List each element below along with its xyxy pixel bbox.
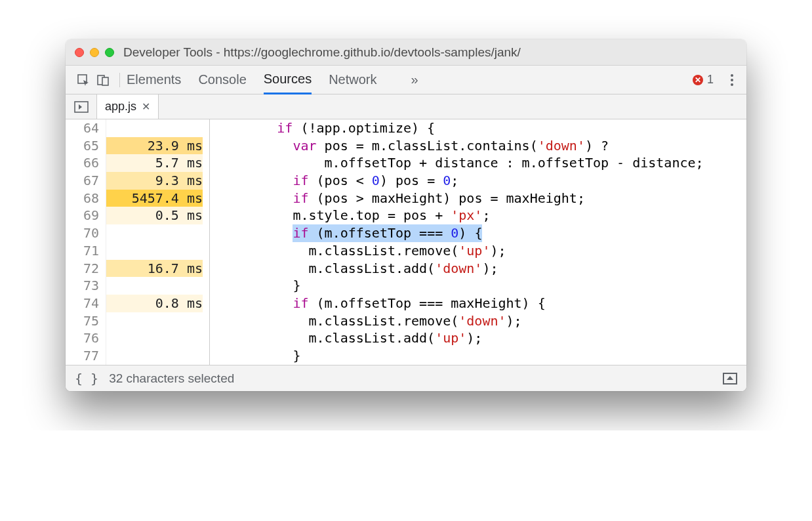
line-number: 72 — [66, 260, 99, 278]
code-line[interactable]: m.offsetTop + distance : m.offsetTop - d… — [214, 154, 746, 172]
line-number: 71 — [66, 242, 99, 260]
line-number: 67 — [66, 172, 99, 190]
code-line[interactable]: if (pos < 0) pos = 0; — [214, 172, 746, 190]
line-timing: 9.3 ms — [106, 172, 203, 190]
line-timing — [106, 347, 203, 365]
code-line[interactable]: var pos = m.classList.contains('down') ? — [214, 137, 746, 155]
status-bar: { } 32 characters selected — [66, 365, 746, 391]
line-timing: 16.7 ms — [106, 260, 203, 278]
line-number: 74 — [66, 295, 99, 312]
line-number: 65 — [66, 137, 99, 155]
file-tab-label: app.js — [105, 100, 136, 114]
line-timing — [106, 224, 203, 242]
line-number: 76 — [66, 329, 99, 347]
code-line[interactable]: m.classList.add('down'); — [214, 260, 746, 278]
close-tab-icon[interactable]: ✕ — [142, 100, 150, 113]
window-zoom-button[interactable] — [105, 48, 114, 57]
settings-menu-button[interactable] — [725, 74, 739, 86]
pretty-print-button[interactable]: { } — [75, 371, 98, 386]
file-tab-strip: app.js ✕ — [66, 94, 746, 119]
code-area[interactable]: if (!app.optimize) { var pos = m.classLi… — [210, 119, 746, 365]
selection-status: 32 characters selected — [109, 371, 234, 386]
more-tabs-button[interactable]: » — [411, 72, 418, 87]
line-number-gutter: 6465666768697071727374757677 — [66, 119, 106, 365]
main-toolbar: Elements Console Sources Network » ✕ 1 — [66, 66, 746, 94]
code-line[interactable]: } — [214, 347, 746, 365]
line-timing — [106, 242, 203, 260]
error-count-text: 1 — [707, 73, 714, 87]
line-number: 66 — [66, 154, 99, 172]
inspect-element-icon[interactable] — [73, 70, 93, 90]
source-editor[interactable]: 6465666768697071727374757677 23.9 ms5.7 … — [66, 119, 746, 365]
line-timing — [106, 312, 203, 330]
tab-sources[interactable]: Sources — [264, 66, 312, 94]
code-line[interactable]: m.style.top = pos + 'px'; — [214, 207, 746, 224]
window-close-button[interactable] — [75, 48, 84, 57]
tab-elements[interactable]: Elements — [127, 66, 181, 94]
error-count-badge[interactable]: ✕ 1 — [693, 73, 714, 87]
line-timing: 0.8 ms — [106, 295, 203, 312]
error-icon: ✕ — [693, 75, 703, 85]
code-line[interactable]: if (m.offsetTop === maxHeight) { — [214, 295, 746, 312]
line-number: 68 — [66, 190, 99, 207]
code-line[interactable]: m.classList.remove('up'); — [214, 242, 746, 260]
line-number: 77 — [66, 347, 99, 365]
tab-network[interactable]: Network — [329, 66, 376, 94]
file-tab-app-js[interactable]: app.js ✕ — [97, 94, 159, 119]
code-line[interactable]: if (m.offsetTop === 0) { — [214, 224, 746, 242]
window-titlebar: Developer Tools - https://googlechrome.g… — [66, 39, 746, 66]
panel-tabs: Elements Console Sources Network » — [127, 66, 418, 94]
line-number: 70 — [66, 224, 99, 242]
code-line[interactable]: if (!app.optimize) { — [214, 119, 746, 137]
line-timing: 5.7 ms — [106, 154, 203, 172]
line-timing: 0.5 ms — [106, 207, 203, 224]
line-timing — [106, 119, 203, 137]
line-number: 64 — [66, 119, 99, 137]
window-title: Developer Tools - https://googlechrome.g… — [123, 45, 737, 60]
code-line[interactable]: if (pos > maxHeight) pos = maxHeight; — [214, 190, 746, 207]
timing-gutter: 23.9 ms5.7 ms9.3 ms5457.4 ms0.5 ms16.7 m… — [106, 119, 210, 365]
line-number: 69 — [66, 207, 99, 224]
svg-rect-2 — [102, 77, 108, 85]
line-timing — [106, 329, 203, 347]
toolbar-separator — [119, 73, 120, 87]
navigator-toggle-button[interactable] — [66, 94, 97, 119]
line-timing: 23.9 ms — [106, 137, 203, 155]
line-number: 73 — [66, 277, 99, 295]
code-line[interactable]: m.classList.add('up'); — [214, 329, 746, 347]
window-minimize-button[interactable] — [90, 48, 99, 57]
traffic-lights — [75, 48, 114, 57]
line-number: 75 — [66, 312, 99, 330]
drawer-toggle-button[interactable] — [723, 373, 737, 385]
line-timing — [106, 277, 203, 295]
tab-console[interactable]: Console — [198, 66, 246, 94]
device-toolbar-icon[interactable] — [93, 70, 113, 90]
line-timing: 5457.4 ms — [106, 190, 203, 207]
code-line[interactable]: m.classList.remove('down'); — [214, 312, 746, 330]
devtools-window: Developer Tools - https://googlechrome.g… — [66, 39, 746, 391]
code-line[interactable]: } — [214, 277, 746, 295]
